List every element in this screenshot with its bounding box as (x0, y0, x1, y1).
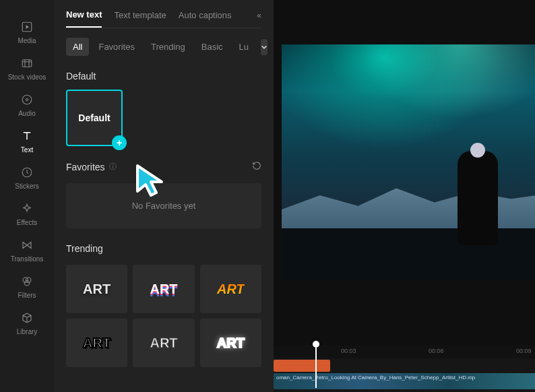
text-panel: New text Text template Auto captions « A… (54, 0, 274, 392)
preview-aurora (282, 44, 535, 174)
tab-auto-captions[interactable]: Auto captions (179, 10, 232, 27)
sidebar-item-label: Transitions (11, 255, 44, 263)
sidebar-item-stickers[interactable]: Stickers (15, 166, 39, 190)
section-trending-title: Trending (66, 243, 261, 254)
clock-icon (20, 166, 34, 179)
filter-lu[interactable]: Lu (232, 38, 255, 56)
filter-basic[interactable]: Basic (195, 38, 230, 56)
ruler-tick: 00:03 (341, 348, 356, 354)
filter-favorites[interactable]: Favorites (92, 38, 141, 56)
sidebar: Media Stock videos Audio Text Stickers E… (0, 0, 54, 392)
sidebar-item-label: Effects (17, 219, 37, 226)
section-default-title: Default (66, 71, 261, 81)
tab-text-template[interactable]: Text template (114, 10, 166, 27)
art-preview: ART (150, 282, 177, 297)
sidebar-item-media[interactable]: Media (18, 20, 36, 44)
svg-point-7 (24, 281, 30, 286)
playhead-line (315, 348, 317, 388)
audio-clip[interactable] (274, 360, 330, 372)
sidebar-item-library[interactable]: Library (17, 311, 38, 335)
info-icon: ⓘ (109, 162, 117, 172)
chevron-down-icon (261, 44, 268, 51)
ruler-tick: 00:09 (516, 348, 532, 354)
filter-all[interactable]: All (66, 38, 89, 56)
trending-card[interactable]: ART (66, 265, 127, 313)
preview-area: 00:03 00:06 00:09 oman_Camera_Retro_Look… (274, 0, 535, 392)
sidebar-item-label: Stock videos (8, 73, 46, 81)
ruler-tick: 00:06 (429, 348, 444, 354)
filter-row: All Favorites Trending Basic Lu (66, 38, 261, 56)
sidebar-item-label: Stickers (15, 183, 39, 190)
playhead-knob (313, 341, 319, 348)
section-favorites-title: Favorites ⓘ (66, 161, 261, 172)
filters-icon (20, 275, 34, 288)
svg-point-6 (26, 277, 31, 283)
tab-new-text[interactable]: New text (66, 9, 102, 28)
preview-person (458, 151, 498, 245)
art-preview: ART (83, 335, 111, 351)
timeline[interactable]: 00:03 00:06 00:09 oman_Camera_Retro_Look… (274, 345, 535, 392)
trending-card[interactable]: ART (66, 319, 127, 367)
cube-icon (20, 311, 34, 325)
filter-dropdown[interactable] (261, 39, 268, 55)
favorites-empty: No Favorites yet (66, 183, 261, 228)
trending-grid: ART ART ART ART ART ART (66, 265, 261, 367)
transitions-icon (20, 238, 34, 252)
sidebar-item-label: Audio (18, 110, 36, 117)
filter-trending[interactable]: Trending (144, 38, 192, 56)
panel-tabs: New text Text template Auto captions « (66, 0, 261, 28)
sparkle-icon (20, 202, 34, 216)
art-preview: ART (83, 282, 111, 297)
svg-point-2 (22, 95, 32, 104)
default-text-card[interactable]: Default + (66, 90, 123, 146)
trending-card[interactable]: ART (133, 265, 194, 313)
sidebar-item-filters[interactable]: Filters (18, 275, 36, 299)
sidebar-item-transitions[interactable]: Transitions (11, 238, 44, 263)
disc-icon (20, 93, 34, 106)
add-icon[interactable]: + (112, 135, 127, 150)
refresh-icon[interactable] (252, 161, 261, 172)
trending-card[interactable]: ART (200, 319, 261, 367)
art-preview: ART (217, 282, 245, 297)
svg-point-3 (26, 99, 28, 101)
sidebar-item-label: Library (17, 328, 38, 335)
tabs-more-icon[interactable]: « (257, 11, 261, 27)
sidebar-item-audio[interactable]: Audio (18, 93, 36, 117)
sidebar-item-text[interactable]: Text (20, 129, 34, 154)
sidebar-item-stock-videos[interactable]: Stock videos (8, 57, 46, 81)
play-square-icon (20, 20, 34, 34)
favorites-label: Favorites (66, 162, 105, 172)
sidebar-item-label: Text (21, 146, 33, 154)
video-preview[interactable] (282, 44, 535, 280)
svg-rect-1 (22, 60, 32, 67)
sidebar-item-label: Filters (18, 292, 36, 299)
film-icon (20, 57, 34, 70)
trending-card[interactable]: ART (133, 319, 194, 367)
art-preview: ART (217, 335, 245, 351)
text-icon (20, 129, 34, 143)
default-card-label: Default (78, 112, 110, 123)
timeline-ruler[interactable]: 00:03 00:06 00:09 (274, 345, 535, 358)
sidebar-item-label: Media (18, 37, 36, 44)
art-preview: ART (150, 335, 177, 351)
trending-card[interactable]: ART (200, 265, 261, 313)
playhead[interactable] (313, 341, 319, 388)
sidebar-item-effects[interactable]: Effects (17, 202, 37, 226)
